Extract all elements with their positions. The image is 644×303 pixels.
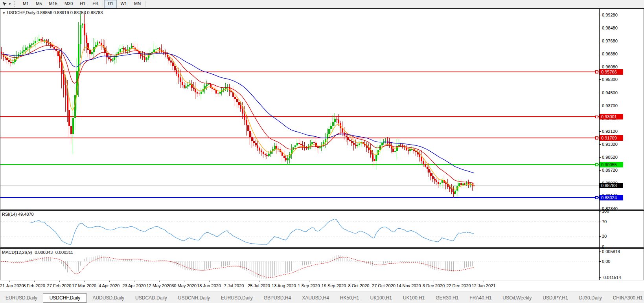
toolbar-grip[interactable] (14, 1, 17, 7)
timeframe-button-m30[interactable]: M30 (61, 0, 76, 8)
tab-usoil-weekly[interactable]: USOil,Weekly (497, 294, 537, 302)
axis-tick (600, 157, 601, 158)
date-tick (259, 281, 259, 282)
tab-usdjpy-h1[interactable]: USDJPY,H1 (537, 294, 573, 302)
level-price-badge: 0.91709 (600, 135, 623, 141)
date-label: 21 Jan 2020 (0, 283, 24, 288)
date-tick (459, 281, 459, 282)
cursor-tool-icon[interactable] (2, 1, 8, 7)
date-label: 12 May 2020 (147, 283, 172, 288)
y-axis-label: 0.89720 (602, 167, 618, 173)
tab-uk100-h1[interactable]: UK100,H1 (365, 294, 397, 302)
date-tick (409, 281, 409, 282)
y-axis-label: 0.90520 (602, 154, 618, 160)
date-label: 18 Jun 2020 (197, 283, 221, 288)
tab-gbpusd-h4[interactable]: GBPUSD,H4 (258, 294, 296, 302)
date-tick (284, 281, 284, 282)
date-tick (9, 281, 10, 282)
price-axis-column: 0.992800.984800.976800.968800.960800.953… (600, 8, 644, 280)
date-tick (134, 281, 134, 282)
axis-tick (600, 131, 601, 132)
date-label: 8 Oct 2020 (348, 283, 370, 288)
axis-tick (600, 170, 601, 171)
macd-axis-label: -0.011514 (602, 275, 621, 280)
date-label: 8 Feb 2020 (23, 283, 45, 288)
tab-hk50-h1[interactable]: HK50,H1 (335, 294, 365, 302)
date-tick (59, 281, 60, 282)
date-label: 27 Oct 2020 (372, 283, 396, 288)
tab-usdcnh-daily[interactable]: USDCNH,Daily (173, 294, 215, 302)
date-tick (334, 281, 334, 282)
date-label: 25 Jul 2020 (248, 283, 270, 288)
macd-title: MACD(12,26,9) -0.000343 -0.000311 (2, 250, 73, 255)
timeframe-buttons: M1M5M15M30H1H4D1W1MN (19, 0, 147, 8)
tab-china300-h1[interactable]: CHINA300,H1 (607, 294, 644, 302)
date-label: 22 Dec 2020 (446, 283, 471, 288)
axis-tick (600, 252, 601, 252)
tab-ger30-h1[interactable]: GER30,H1 (430, 294, 464, 302)
axis-tick (600, 93, 601, 93)
tab-usdcad-daily[interactable]: USDCAD,Daily (130, 294, 173, 302)
tab-uk100-h1[interactable]: UK100,H1 (397, 294, 430, 302)
rsi-axis-label: 70 (602, 219, 607, 224)
axis-tick (600, 67, 601, 67)
y-axis-label: 0.99280 (602, 12, 618, 18)
cursor-dropdown-caret-icon[interactable]: ▼ (8, 2, 11, 6)
level-price-badge: 0.90055 (600, 162, 623, 167)
axis-tick (600, 15, 601, 15)
date-tick (84, 281, 85, 282)
macd-panel: MACD(12,26,9) -0.000343 -0.000311 (0, 248, 644, 280)
cursor-arrow-glyph (2, 2, 7, 6)
axis-tick (600, 41, 601, 41)
timeframe-button-m15[interactable]: M15 (45, 0, 61, 8)
timeframe-button-h1[interactable]: H1 (76, 0, 89, 8)
macd-plot[interactable] (0, 249, 599, 280)
tab-eurusd-daily[interactable]: EURUSD,Daily (215, 294, 258, 302)
timeframe-button-w1[interactable]: W1 (117, 0, 131, 8)
date-label: 30 May 2020 (171, 283, 197, 288)
tab-xauusd-h4[interactable]: XAUUSD,H4 (296, 294, 335, 302)
main-chart-plot[interactable] (0, 9, 599, 209)
axis-tick (600, 79, 601, 80)
tab-eurusd-daily[interactable]: EURUSD,Daily (0, 294, 43, 302)
date-label: 17 Mar 2020 (72, 283, 96, 288)
axis-tick (600, 106, 601, 106)
timeframe-button-m5[interactable]: M5 (32, 0, 45, 8)
current-price-badge: 0.88783 (600, 183, 623, 188)
rsi-axis-label: 30 (602, 233, 607, 239)
y-axis-label: 0.95300 (602, 77, 618, 82)
y-axis-label: 0.96880 (602, 51, 618, 57)
macd-axis-label: 0.00 (602, 259, 610, 264)
timeframe-button-d1[interactable]: D1 (104, 0, 117, 8)
ohlc-open: 0.88856 (37, 10, 52, 15)
collapse-caret-icon[interactable]: ▼ (2, 11, 6, 15)
tab-usdchf-daily[interactable]: USDCHF,Daily (43, 293, 87, 303)
date-tick (484, 281, 484, 282)
main-chart-panel: ▼USDCHF,Daily 0.88856 0.88919 0.88753 0.… (0, 8, 644, 209)
date-tick (309, 281, 309, 282)
rsi-title: RSI(14) 49.4870 (2, 212, 34, 217)
axis-tick (600, 209, 601, 209)
timeframe-button-mn[interactable]: MN (131, 0, 144, 8)
axis-tick (600, 211, 601, 211)
tab-audusd-daily[interactable]: AUDUSD,Daily (87, 294, 130, 302)
date-label: 19 Sep 2020 (322, 283, 346, 288)
date-label: 1 Sep 2020 (298, 283, 320, 288)
y-axis-label: 0.96080 (602, 64, 618, 70)
level-price-badge: 0.95766 (600, 69, 623, 75)
ohlc-close: 0.88783 (87, 10, 103, 15)
tab-fra40-h1[interactable]: FRA40,H1 (464, 294, 497, 302)
date-label: 23 Apr 2020 (122, 283, 145, 288)
ohlc-high: 0.88919 (53, 10, 69, 15)
tab-dj30-daily[interactable]: DJ30,Daily (574, 294, 607, 302)
axis-tick (600, 28, 601, 28)
date-axis: 21 Jan 20208 Feb 202027 Feb 202017 Mar 2… (0, 281, 644, 292)
date-tick (109, 281, 110, 282)
date-label: 13 Aug 2020 (272, 283, 296, 288)
date-tick (159, 281, 160, 282)
timeframe-button-m1[interactable]: M1 (19, 0, 32, 8)
axis-tick (600, 236, 601, 237)
timeframe-button-h4[interactable]: H4 (89, 0, 101, 8)
y-axis-label: 0.93700 (602, 103, 618, 108)
rsi-plot[interactable] (0, 211, 599, 247)
